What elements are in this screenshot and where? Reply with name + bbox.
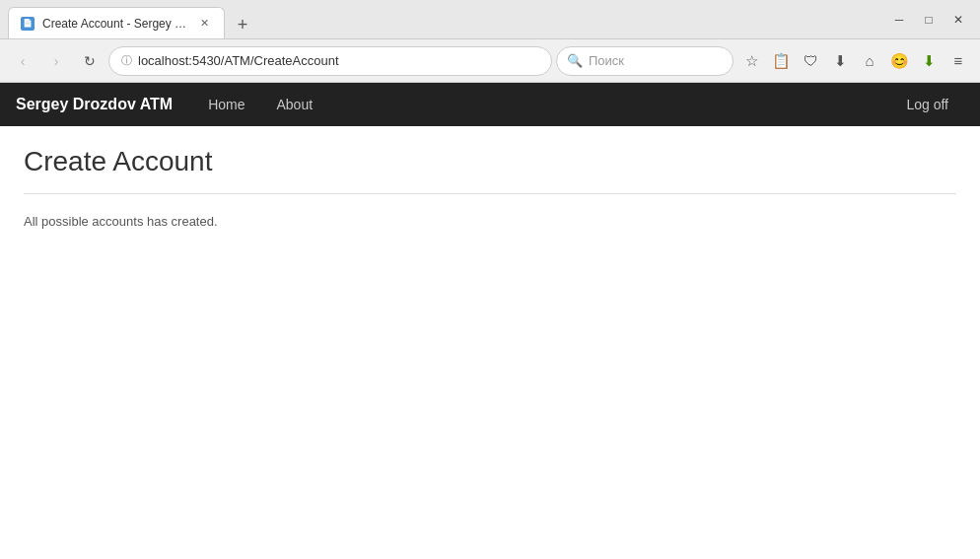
app-container: Sergey Drozdov ATM Home About Log off Cr…	[0, 83, 980, 559]
toolbar-icons: ☆ 📋 🛡 ⬇ ⌂ 😊 ⬇ ≡	[737, 47, 972, 75]
page-title: Create Account	[24, 146, 956, 177]
tab-favicon: 📄	[21, 17, 35, 31]
tab-area: 📄 Create Account - Sergey D... ✕ +	[8, 0, 881, 38]
url-text: localhost:5430/ATM/CreateAccount	[138, 53, 539, 68]
search-placeholder: Поиск	[589, 53, 624, 68]
search-icon: 🔍	[567, 53, 583, 68]
shield-icon[interactable]: 🛡	[797, 47, 824, 75]
bookmark-star-icon[interactable]: ☆	[737, 47, 765, 75]
minimize-button[interactable]: ─	[885, 6, 913, 34]
download-icon[interactable]: ⬇	[826, 47, 854, 75]
close-button[interactable]: ✕	[945, 6, 972, 34]
nav-about-link[interactable]: About	[261, 83, 329, 126]
window-controls: ─ □ ✕	[885, 6, 972, 34]
reload-button[interactable]: ↻	[75, 46, 105, 76]
back-button[interactable]: ‹	[8, 46, 37, 76]
tab-close-button[interactable]: ✕	[196, 16, 212, 32]
profile-icon[interactable]: 😊	[885, 47, 913, 75]
url-bar[interactable]: ⓘ localhost:5430/ATM/CreateAccount	[108, 46, 552, 76]
forward-button[interactable]: ›	[41, 46, 71, 76]
nav-brand: Sergey Drozdov ATM	[16, 96, 173, 113]
reading-list-icon[interactable]: 📋	[767, 47, 795, 75]
nav-bar: Sergey Drozdov ATM Home About Log off	[0, 83, 980, 126]
active-tab[interactable]: 📄 Create Account - Sergey D... ✕	[8, 7, 225, 38]
page-content: Create Account All possible accounts has…	[0, 126, 980, 559]
new-tab-button[interactable]: +	[229, 11, 256, 38]
maximize-button[interactable]: □	[915, 6, 943, 34]
page-message: All possible accounts has created.	[24, 214, 956, 229]
nav-logoff-button[interactable]: Log off	[890, 83, 964, 126]
title-bar: 📄 Create Account - Sergey D... ✕ + ─ □ ✕	[0, 0, 980, 39]
address-bar: ‹ › ↻ ⓘ localhost:5430/ATM/CreateAccount…	[0, 39, 980, 83]
info-icon: ⓘ	[121, 53, 132, 68]
divider	[24, 193, 956, 194]
extension-icon[interactable]: ⬇	[915, 47, 943, 75]
menu-icon[interactable]: ≡	[945, 47, 972, 75]
nav-home-link[interactable]: Home	[192, 83, 260, 126]
browser-window: 📄 Create Account - Sergey D... ✕ + ─ □ ✕…	[0, 0, 980, 559]
home-icon[interactable]: ⌂	[856, 47, 883, 75]
tab-title: Create Account - Sergey D...	[42, 17, 188, 31]
search-bar[interactable]: 🔍 Поиск	[556, 46, 734, 76]
